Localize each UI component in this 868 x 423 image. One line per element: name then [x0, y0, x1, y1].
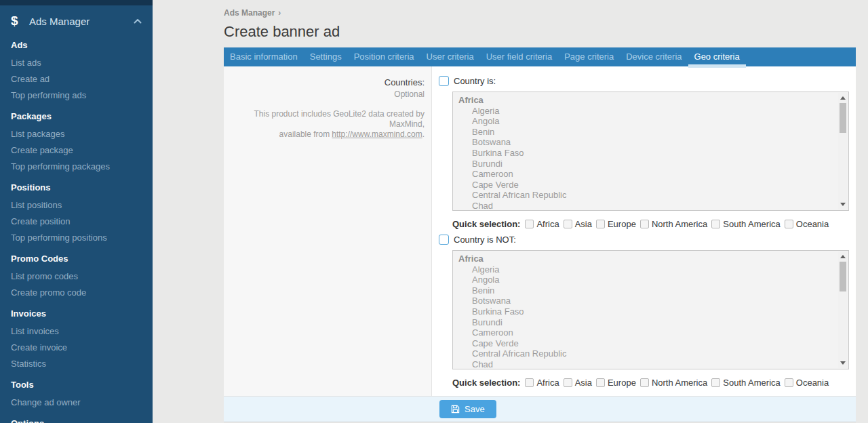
- continent-checkbox[interactable]: [525, 378, 534, 387]
- sidebar-item[interactable]: Create invoice: [11, 339, 142, 355]
- sidebar-section-label: Options: [11, 418, 142, 423]
- continent-label: North America: [652, 378, 707, 388]
- continent-checkbox[interactable]: [564, 220, 572, 228]
- continent-option: Oceania: [785, 378, 829, 388]
- chevron-up-icon[interactable]: [132, 17, 143, 25]
- continent-option: North America: [640, 378, 707, 388]
- sidebar: $ Ads Manager Ads List ads Create ad: [0, 0, 153, 423]
- continent-option: Oceania: [785, 219, 829, 229]
- continent-checkbox-group: Africa Asia Europe: [525, 378, 833, 388]
- sidebar-section-label: Packages: [11, 111, 142, 121]
- form-field-column: Country is: Africa AlgeriaAngolaBeninBot…: [432, 66, 856, 396]
- country-is-label: Country is:: [454, 76, 496, 86]
- save-button[interactable]: Save: [439, 400, 496, 418]
- sidebar-item[interactable]: List ads: [11, 54, 142, 70]
- maxmind-link[interactable]: http://www.maxmind.com: [332, 129, 422, 139]
- sidebar-item[interactable]: Create package: [11, 142, 142, 158]
- sidebar-item[interactable]: Create ad: [11, 70, 142, 87]
- breadcrumb: Ads Manager›: [224, 0, 856, 18]
- scrollbar[interactable]: [838, 93, 848, 209]
- country-is-not-select[interactable]: Africa AlgeriaAngolaBeninBotswanaBurkina…: [452, 250, 849, 369]
- country-option-list: AlgeriaAngolaBeninBotswanaBurkina FasoBu…: [458, 264, 832, 369]
- countries-label: Countries:: [224, 77, 425, 88]
- scroll-down-arrow-icon[interactable]: [840, 361, 846, 365]
- optgroup-label: Africa: [458, 254, 832, 264]
- sidebar-section: Ads List ads Create ad Top performing ad…: [11, 40, 142, 103]
- app-title: Ads Manager: [29, 16, 132, 27]
- sidebar-item[interactable]: Change ad owner: [11, 394, 142, 410]
- sidebar-section-label: Invoices: [11, 308, 142, 319]
- continent-label: South America: [723, 378, 781, 388]
- continent-checkbox[interactable]: [711, 378, 720, 387]
- country-option: Algeria: [458, 264, 832, 275]
- tab[interactable]: Settings: [304, 47, 348, 66]
- quick-selection-label: Quick selection:: [452, 378, 520, 388]
- tab[interactable]: User field criteria: [480, 47, 559, 66]
- sidebar-section-items: List promo codes Create promo code: [11, 268, 142, 300]
- sidebar-section-items: List invoices Create invoice Statistics: [11, 323, 142, 371]
- form-label-column: Countries: Optional This product include…: [224, 66, 432, 396]
- breadcrumb-separator: ›: [278, 8, 281, 18]
- screen: $ Ads Manager Ads List ads Create ad: [0, 0, 868, 423]
- scroll-up-arrow-icon[interactable]: [840, 255, 846, 258]
- country-option: Chad: [458, 201, 832, 211]
- continent-label: Oceania: [796, 219, 829, 229]
- continent-checkbox[interactable]: [525, 220, 534, 228]
- country-option: Botswana: [458, 296, 832, 306]
- sidebar-item[interactable]: Top performing packages: [11, 158, 142, 174]
- continent-checkbox[interactable]: [711, 220, 720, 228]
- sidebar-section-label: Positions: [11, 182, 142, 193]
- continent-checkbox[interactable]: [564, 378, 572, 387]
- sidebar-item[interactable]: List packages: [11, 125, 142, 142]
- sidebar-item[interactable]: Top performing positions: [11, 229, 142, 245]
- sidebar-top-strip: [0, 0, 153, 5]
- sidebar-section-label: Promo Codes: [11, 254, 142, 264]
- country-is-row: Country is:: [439, 75, 849, 86]
- sidebar-item[interactable]: List promo codes: [11, 268, 142, 284]
- sidebar-item[interactable]: List positions: [11, 197, 142, 213]
- scrollbar-thumb[interactable]: [840, 103, 846, 133]
- breadcrumb-link-ads-manager[interactable]: Ads Manager: [224, 8, 275, 18]
- sidebar-item[interactable]: Top performing ads: [11, 87, 142, 103]
- country-option: Burundi: [458, 159, 832, 169]
- continent-label: Asia: [575, 378, 592, 388]
- scroll-up-arrow-icon[interactable]: [840, 96, 846, 100]
- country-option: Cameroon: [458, 327, 832, 338]
- sidebar-section: Tools Change ad owner: [11, 380, 142, 410]
- sidebar-item[interactable]: Create position: [11, 213, 142, 229]
- save-button-label: Save: [465, 404, 485, 414]
- sidebar-section-items: Change ad owner: [11, 394, 142, 410]
- continent-label: Europe: [608, 219, 636, 229]
- tab[interactable]: User criteria: [420, 47, 480, 66]
- tab[interactable]: Device criteria: [620, 47, 688, 66]
- scrollbar[interactable]: [838, 251, 848, 368]
- continent-checkbox[interactable]: [596, 378, 605, 387]
- sidebar-item[interactable]: List invoices: [11, 323, 142, 339]
- sidebar-item[interactable]: Create promo code: [11, 284, 142, 300]
- tab[interactable]: Page criteria: [558, 47, 620, 66]
- country-option: Cameroon: [458, 169, 832, 180]
- country-is-checkbox[interactable]: [439, 76, 449, 86]
- country-is-select[interactable]: Africa AlgeriaAngolaBeninBotswanaBurkina…: [452, 92, 849, 211]
- tab[interactable]: Position criteria: [348, 47, 420, 66]
- country-option: Benin: [458, 285, 832, 296]
- continent-checkbox-group: Africa Asia Europe: [525, 219, 833, 229]
- continent-option: North America: [640, 219, 707, 229]
- country-is-not-checkbox[interactable]: [439, 235, 449, 245]
- continent-checkbox[interactable]: [596, 220, 605, 228]
- save-icon: [451, 405, 460, 414]
- country-is-not-label: Country is NOT:: [454, 235, 516, 245]
- scroll-down-arrow-icon[interactable]: [840, 203, 846, 206]
- tab[interactable]: Geo criteria: [688, 47, 746, 66]
- continent-checkbox[interactable]: [785, 220, 793, 228]
- geolite-hint-line1: This product includes GeoLite2 data crea…: [224, 109, 425, 129]
- continent-checkbox[interactable]: [785, 378, 793, 387]
- geolite-hint-line2: available fromhttp://www.maxmind.com.: [224, 129, 425, 140]
- continent-checkbox[interactable]: [640, 220, 649, 228]
- country-is-not-row: Country is NOT:: [439, 234, 849, 245]
- continent-checkbox[interactable]: [640, 378, 649, 387]
- sidebar-item[interactable]: Statistics: [11, 355, 142, 371]
- tab[interactable]: Basic information: [224, 47, 304, 66]
- sidebar-section-label: Tools: [11, 380, 142, 390]
- scrollbar-thumb[interactable]: [840, 262, 846, 291]
